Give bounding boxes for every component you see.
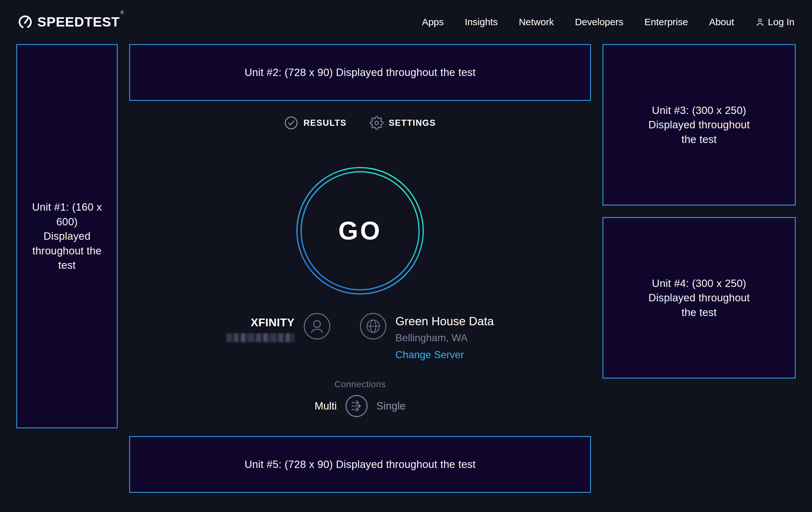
- ad-unit-4[interactable]: Unit #4: (300 x 250) Displayed throughou…: [603, 217, 796, 379]
- connections-option-single[interactable]: Single: [376, 400, 406, 412]
- nav-item-apps[interactable]: Apps: [422, 17, 444, 27]
- top-nav: SPEEDTEST® Apps Insights Network Develop…: [0, 0, 812, 44]
- ad-unit-2-text: Unit #2: (728 x 90) Displayed throughout…: [244, 65, 476, 80]
- ad-unit-1-text: Unit #1: (160 x 600) Displayed throughou…: [32, 200, 102, 273]
- isp-block: XFINITY: [227, 316, 295, 342]
- login-button[interactable]: Log In: [755, 17, 794, 27]
- user-icon: [755, 17, 765, 27]
- connections-section: Connections Multi Single: [315, 379, 405, 417]
- gauge-icon: [18, 15, 33, 30]
- tab-settings-label: SETTINGS: [389, 118, 436, 128]
- ip-address-redacted: [227, 333, 295, 342]
- speedtest-logo[interactable]: SPEEDTEST®: [18, 15, 123, 30]
- nav-item-enterprise[interactable]: Enterprise: [644, 17, 688, 27]
- tab-results[interactable]: RESULTS: [284, 116, 346, 130]
- gear-icon: [370, 116, 384, 130]
- connection-meta-row: XFINITY Green Hou: [227, 313, 494, 361]
- ad-unit-1[interactable]: Unit #1: (160 x 600) Displayed throughou…: [16, 44, 118, 428]
- ad-unit-5-text: Unit #5: (728 x 90) Displayed throughout…: [244, 457, 476, 472]
- ad-unit-3-text: Unit #3: (300 x 250) Displayed throughou…: [640, 103, 758, 147]
- server-block: Green House Data Bellingham, WA Change S…: [396, 315, 494, 361]
- nav-item-developers[interactable]: Developers: [575, 17, 624, 27]
- isp-name: XFINITY: [251, 316, 295, 329]
- nav-item-about[interactable]: About: [709, 17, 734, 27]
- tab-results-label: RESULTS: [303, 118, 346, 128]
- ad-unit-4-text: Unit #4: (300 x 250) Displayed throughou…: [640, 276, 758, 320]
- login-label: Log In: [768, 17, 794, 27]
- person-circle-icon: [303, 313, 330, 340]
- change-server-link[interactable]: Change Server: [396, 349, 464, 361]
- check-circle-icon: [284, 116, 298, 130]
- server-name: Green House Data: [396, 315, 494, 328]
- go-button-label: GO: [296, 166, 425, 295]
- tabs-row: RESULTS SETTINGS: [284, 115, 436, 131]
- go-button[interactable]: GO: [296, 166, 425, 295]
- globe-circle-icon: [360, 313, 386, 340]
- trademark-mark: ®: [121, 10, 124, 15]
- connections-option-multi[interactable]: Multi: [315, 400, 337, 412]
- connections-toggle: Multi Single: [315, 395, 405, 417]
- ad-unit-2[interactable]: Unit #2: (728 x 90) Displayed throughout…: [129, 44, 591, 101]
- left-rail: Unit #1: (160 x 600) Displayed throughou…: [16, 44, 118, 428]
- speedtest-panel: Unit #2: (728 x 90) Displayed throughout…: [129, 44, 591, 493]
- nav-item-insights[interactable]: Insights: [465, 17, 497, 27]
- main-content: Unit #1: (160 x 600) Displayed throughou…: [0, 44, 812, 493]
- right-rail: Unit #3: (300 x 250) Displayed throughou…: [603, 44, 796, 379]
- logo-text: SPEEDTEST®: [37, 15, 123, 30]
- ad-unit-5[interactable]: Unit #5: (728 x 90) Displayed throughout…: [129, 436, 591, 493]
- server-location: Bellingham, WA: [396, 332, 468, 344]
- main-nav: Apps Insights Network Developers Enterpr…: [422, 17, 794, 27]
- connections-label: Connections: [334, 379, 385, 389]
- nav-item-network[interactable]: Network: [519, 17, 554, 27]
- tab-settings[interactable]: SETTINGS: [370, 116, 436, 130]
- multi-connections-icon[interactable]: [345, 395, 368, 417]
- ad-unit-3[interactable]: Unit #3: (300 x 250) Displayed throughou…: [603, 44, 796, 206]
